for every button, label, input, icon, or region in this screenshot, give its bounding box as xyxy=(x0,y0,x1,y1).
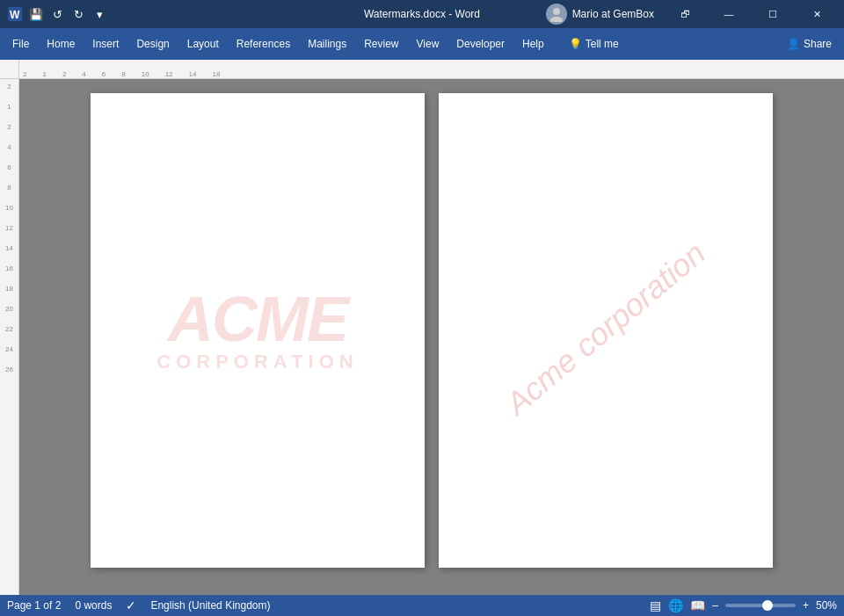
menu-view[interactable]: View xyxy=(408,33,448,55)
title-bar-right: Mario at GemBox 🗗 — ☐ ✕ xyxy=(539,0,837,28)
redo-icon[interactable]: ↻ xyxy=(70,6,86,22)
lightbulb-icon: 💡 xyxy=(569,38,582,50)
page-2: Acme corporation xyxy=(439,93,773,568)
main-area: 2 1 2 4 6 8 10 12 14 16 18 20 22 24 26 A… xyxy=(0,79,844,595)
view-web-icon[interactable]: 🌐 xyxy=(668,598,683,612)
tell-me-input[interactable]: 💡 Tell me xyxy=(560,34,628,54)
zoom-thumb xyxy=(762,600,773,611)
document-area[interactable]: ACME CORPORATION Acme corporation xyxy=(19,79,844,595)
quickaccess-dropdown-icon[interactable]: ▾ xyxy=(91,6,107,22)
zoom-out-icon[interactable]: – xyxy=(712,599,718,612)
tell-me-label: Tell me xyxy=(586,38,619,50)
menu-developer[interactable]: Developer xyxy=(447,33,513,55)
title-bar-left: W 💾 ↺ ↻ ▾ xyxy=(7,6,107,22)
page-info: Page 1 of 2 xyxy=(7,599,61,612)
ruler-ticks: 2 1 2 4 6 8 10 12 14 18 xyxy=(19,60,236,78)
menu-design[interactable]: Design xyxy=(127,33,178,55)
status-bar-right: ▤ 🌐 📖 – + 50% xyxy=(650,598,837,612)
user-name: Mario at GemBox xyxy=(572,8,654,20)
user-area[interactable]: Mario at GemBox xyxy=(539,2,661,26)
minimize-button[interactable]: — xyxy=(709,0,749,28)
title-bar: W 💾 ↺ ↻ ▾ Watermarks.docx - Word Mario a… xyxy=(0,0,844,28)
save-icon[interactable]: 💾 xyxy=(28,6,44,22)
watermark-page2: Acme corporation xyxy=(498,235,712,423)
menu-layout[interactable]: Layout xyxy=(178,33,228,55)
vertical-ruler: 2 1 2 4 6 8 10 12 14 16 18 20 22 24 26 xyxy=(0,79,19,595)
watermark-page1: ACME CORPORATION xyxy=(156,287,358,373)
menu-references[interactable]: References xyxy=(228,33,299,55)
menu-mailings[interactable]: Mailings xyxy=(299,33,355,55)
menu-bar: File Home Insert Design Layout Reference… xyxy=(0,28,844,60)
svg-point-3 xyxy=(550,17,563,22)
share-button[interactable]: 👤 Share xyxy=(778,34,840,54)
title-bar-center: Watermarks.docx - Word xyxy=(364,8,480,20)
menu-review[interactable]: Review xyxy=(355,33,407,55)
app-name: Word xyxy=(455,8,480,20)
person-icon: 👤 xyxy=(787,38,800,50)
menu-home[interactable]: Home xyxy=(38,33,84,55)
title-separator: - xyxy=(448,8,455,20)
view-read-icon[interactable]: 📖 xyxy=(690,598,705,612)
horizontal-ruler: 2 1 2 4 6 8 10 12 14 18 xyxy=(0,60,844,79)
document-title: Watermarks.docx xyxy=(364,8,446,20)
restore-button[interactable]: 🗗 xyxy=(665,0,705,28)
menu-help[interactable]: Help xyxy=(513,33,553,55)
watermark-corp-text: CORPORATION xyxy=(156,351,358,373)
menu-insert[interactable]: Insert xyxy=(84,33,127,55)
view-normal-icon[interactable]: ▤ xyxy=(650,598,661,612)
word-count: 0 words xyxy=(75,599,112,612)
zoom-in-icon[interactable]: + xyxy=(803,599,809,612)
language[interactable]: English (United Kingdom) xyxy=(150,599,270,612)
share-label: Share xyxy=(804,38,832,50)
ruler-corner xyxy=(0,60,19,79)
zoom-level[interactable]: 50% xyxy=(816,599,837,612)
avatar xyxy=(546,4,567,25)
undo-icon[interactable]: ↺ xyxy=(49,6,65,22)
zoom-slider[interactable] xyxy=(725,604,796,607)
app-icon: W xyxy=(7,6,23,22)
maximize-button[interactable]: ☐ xyxy=(753,0,793,28)
status-bar: Page 1 of 2 0 words ✓ English (United Ki… xyxy=(0,595,844,616)
proofing-icon[interactable]: ✓ xyxy=(126,598,136,612)
watermark-acme-text: ACME xyxy=(168,287,347,351)
close-button[interactable]: ✕ xyxy=(797,0,837,28)
page-1: ACME CORPORATION xyxy=(91,93,425,568)
menu-file[interactable]: File xyxy=(4,33,38,55)
svg-point-2 xyxy=(553,8,560,15)
svg-text:W: W xyxy=(10,9,20,21)
